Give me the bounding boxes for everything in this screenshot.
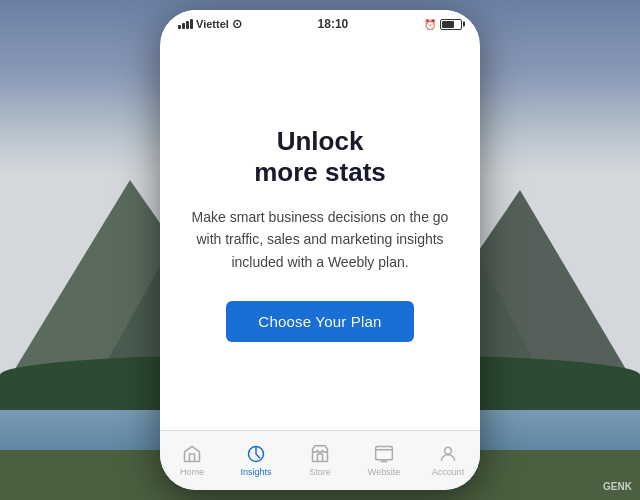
choose-plan-button[interactable]: Choose Your Plan — [226, 301, 413, 342]
status-bar: Viettel ⊙ 18:10 ⏰ — [160, 10, 480, 38]
tab-insights-label: Insights — [240, 467, 271, 477]
website-icon — [374, 444, 394, 464]
store-icon — [310, 444, 330, 464]
tab-account-label: Account — [432, 467, 465, 477]
status-time: 18:10 — [318, 17, 349, 31]
tab-website[interactable]: Website — [352, 431, 416, 490]
description-text: Make smart business decisions on the go … — [190, 206, 450, 273]
status-icons: ⏰ — [424, 19, 462, 30]
tab-bar: Home Insights Store — [160, 430, 480, 490]
svg-point-2 — [445, 447, 452, 454]
phone-mockup: Viettel ⊙ 18:10 ⏰ Unlock more stats Make… — [160, 10, 480, 490]
battery-icon — [440, 19, 462, 30]
signal-icon — [178, 19, 193, 29]
main-content: Unlock more stats Make smart business de… — [160, 38, 480, 430]
status-carrier: Viettel ⊙ — [178, 17, 242, 31]
alarm-icon: ⏰ — [424, 19, 436, 30]
insights-icon — [246, 444, 266, 464]
tab-home-label: Home — [180, 467, 204, 477]
wifi-icon: ⊙ — [232, 17, 242, 31]
tab-store[interactable]: Store — [288, 431, 352, 490]
home-icon — [182, 444, 202, 464]
screen-wrapper: GENK Viettel ⊙ 18:10 ⏰ — [0, 0, 640, 500]
account-icon — [438, 444, 458, 464]
headline: Unlock more stats — [254, 126, 386, 188]
svg-rect-1 — [376, 447, 393, 460]
tab-insights[interactable]: Insights — [224, 431, 288, 490]
carrier-name: Viettel — [196, 18, 229, 30]
headline-line2: more stats — [254, 157, 386, 187]
tab-website-label: Website — [368, 467, 400, 477]
headline-line1: Unlock — [277, 126, 364, 156]
watermark: GENK — [603, 481, 632, 492]
battery-fill — [442, 21, 454, 28]
tab-store-label: Store — [309, 467, 331, 477]
